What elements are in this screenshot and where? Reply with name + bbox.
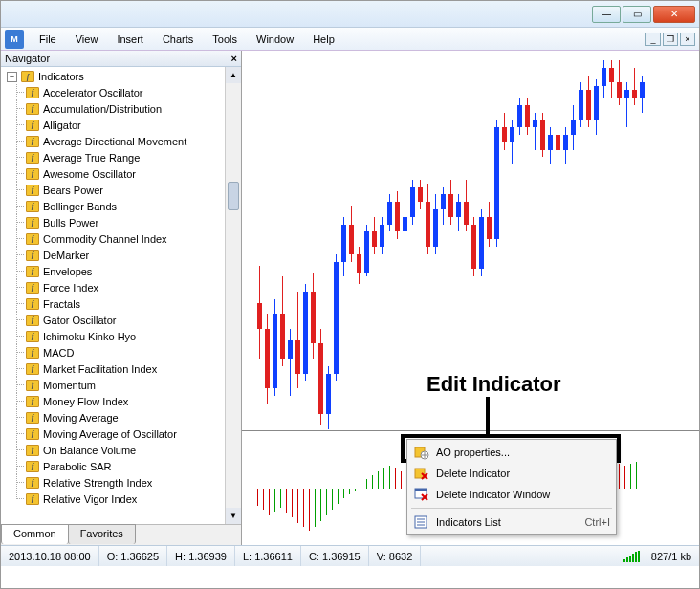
- status-close: C: 1.36915: [301, 546, 369, 566]
- indicator-label: Average Directional Movement: [43, 136, 186, 147]
- indicator-icon: f: [26, 136, 39, 147]
- indicator-icon: f: [26, 201, 39, 212]
- indicator-item[interactable]: fCommodity Channel Index: [7, 230, 241, 247]
- tree-root-indicators[interactable]: − f Indicators: [7, 69, 241, 84]
- indicator-item[interactable]: fBears Power: [7, 182, 241, 198]
- ao-bar: [338, 489, 339, 504]
- minimize-button[interactable]: —: [592, 6, 621, 23]
- indicator-icon: f: [26, 461, 39, 472]
- menubar: M FileViewInsertChartsToolsWindowHelp _ …: [1, 28, 699, 51]
- mdi-close-button[interactable]: ×: [680, 33, 695, 46]
- ao-bar: [297, 489, 298, 523]
- indicator-label: Money Flow Index: [43, 396, 128, 407]
- navigator-scrollbar[interactable]: ▲ ▼: [225, 67, 241, 524]
- menu-window[interactable]: Window: [247, 30, 303, 49]
- menu-charts[interactable]: Charts: [153, 30, 203, 49]
- ctx-delete-indicator-label: Delete Indicator: [436, 468, 510, 479]
- window-titlebar: — ▭ ✕: [1, 1, 699, 28]
- indicator-icon: f: [26, 445, 39, 456]
- properties-icon: [413, 445, 430, 460]
- indicator-label: Awesome Oscillator: [43, 168, 136, 180]
- indicator-label: Parabolic SAR: [43, 461, 112, 472]
- indicator-label: Relative Vigor Index: [43, 493, 137, 505]
- indicator-item[interactable]: fBollinger Bands: [7, 198, 241, 214]
- ao-bar: [286, 489, 287, 513]
- indicator-label: Market Facilitation Index: [43, 363, 157, 375]
- ao-bar: [320, 489, 321, 521]
- indicator-item[interactable]: fMomentum: [7, 377, 241, 393]
- status-bar: 2013.10.18 08:00 O: 1.36625 H: 1.36939 L…: [1, 545, 699, 566]
- indicator-item[interactable]: fAwesome Oscillator: [7, 165, 241, 182]
- indicator-item[interactable]: fParabolic SAR: [7, 458, 241, 474]
- menu-help[interactable]: Help: [303, 30, 344, 49]
- indicator-label: Bulls Power: [43, 217, 98, 229]
- indicator-item[interactable]: fMoney Flow Index: [7, 393, 241, 409]
- ao-bar: [361, 485, 361, 489]
- mdi-minimize-button[interactable]: _: [645, 33, 661, 46]
- indicator-item[interactable]: fAccumulation/Distribution: [7, 100, 241, 117]
- ctx-delete-indicator-window[interactable]: Delete Indicator Window: [409, 484, 614, 505]
- indicator-icon: f: [26, 266, 39, 277]
- menu-insert[interactable]: Insert: [107, 30, 153, 49]
- tab-favorites[interactable]: Favorites: [68, 524, 136, 544]
- indicator-label: Relative Strength Index: [43, 477, 152, 489]
- ao-bar: [315, 489, 316, 527]
- tree-collapse-icon[interactable]: −: [7, 72, 17, 82]
- close-button[interactable]: ✕: [653, 6, 695, 23]
- mdi-restore-button[interactable]: ❐: [663, 33, 678, 46]
- indicator-item[interactable]: fGator Oscillator: [7, 312, 241, 328]
- indicator-item[interactable]: fAlligator: [7, 117, 241, 133]
- indicator-item[interactable]: fMarket Facilitation Index: [7, 360, 241, 377]
- ctx-indicators-list[interactable]: Indicators List Ctrl+I: [409, 512, 614, 533]
- ao-bar: [630, 464, 631, 489]
- indicator-item[interactable]: fAverage True Range: [7, 149, 241, 165]
- indicator-item[interactable]: fMACD: [7, 344, 241, 360]
- indicator-item[interactable]: fIchimoku Kinko Hyo: [7, 328, 241, 344]
- indicator-item[interactable]: fOn Balance Volume: [7, 442, 241, 458]
- status-open: O: 1.36625: [99, 546, 167, 566]
- ctx-delete-indicator[interactable]: Delete Indicator: [409, 463, 614, 484]
- ao-bar: [332, 489, 333, 510]
- tab-common[interactable]: Common: [1, 524, 69, 544]
- ao-bar: [303, 489, 304, 527]
- indicator-item[interactable]: fBulls Power: [7, 214, 241, 230]
- menu-view[interactable]: View: [66, 30, 108, 49]
- ctx-shortcut: Ctrl+I: [584, 516, 610, 528]
- svg-rect-4: [415, 489, 427, 491]
- indicator-label: MACD: [43, 347, 74, 359]
- menu-file[interactable]: File: [30, 30, 66, 49]
- indicator-item[interactable]: fEnvelopes: [7, 263, 241, 279]
- indicator-icon: f: [26, 298, 39, 310]
- ao-bar: [257, 489, 258, 506]
- indicator-label: Accumulation/Distribution: [43, 103, 162, 115]
- ao-bar: [269, 489, 270, 515]
- indicator-item[interactable]: fMoving Average: [7, 409, 241, 425]
- ao-bar: [366, 479, 367, 489]
- indicator-item[interactable]: fDeMarker: [7, 247, 241, 263]
- menu-tools[interactable]: Tools: [203, 30, 247, 49]
- indicator-item[interactable]: fFractals: [7, 295, 241, 312]
- indicator-label: Moving Average: [43, 412, 119, 424]
- indicator-item[interactable]: fForce Index: [7, 279, 241, 295]
- indicators-list-icon: [413, 514, 430, 530]
- delete-indicator-icon: [413, 466, 430, 481]
- ctx-ao-properties[interactable]: AO properties...: [409, 442, 614, 463]
- scroll-down-icon[interactable]: ▼: [226, 508, 241, 524]
- indicator-item[interactable]: fMoving Average of Oscillator: [7, 425, 241, 442]
- ao-bar: [355, 489, 356, 491]
- indicator-item[interactable]: fRelative Vigor Index: [7, 491, 241, 507]
- navigator-tabs: Common Favorites: [1, 524, 241, 545]
- indicator-icon: f: [26, 363, 39, 375]
- indicator-item[interactable]: fAccelerator Oscillator: [7, 84, 241, 100]
- scroll-up-icon[interactable]: ▲: [226, 67, 241, 83]
- scroll-thumb[interactable]: [228, 182, 239, 210]
- maximize-button[interactable]: ▭: [623, 6, 651, 23]
- indicator-icon: f: [26, 347, 39, 359]
- indicator-label: Accelerator Oscillator: [43, 87, 143, 98]
- delete-window-icon: [413, 487, 430, 502]
- indicator-item[interactable]: fRelative Strength Index: [7, 474, 241, 491]
- navigator-close-icon[interactable]: ×: [231, 53, 237, 64]
- ctx-indicators-list-label: Indicators List: [436, 516, 501, 528]
- status-volume: V: 8632: [369, 546, 422, 566]
- indicator-item[interactable]: fAverage Directional Movement: [7, 133, 241, 149]
